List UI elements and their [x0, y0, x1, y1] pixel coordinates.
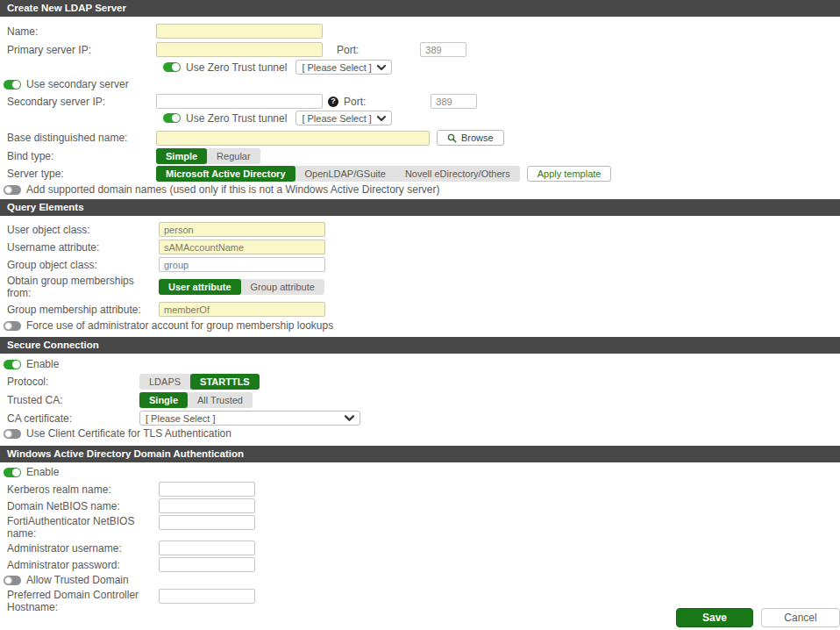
winad-enable-toggle[interactable]: [4, 468, 21, 477]
server-type-msad-button[interactable]: Microsoft Active Directory: [156, 166, 295, 182]
group-membership-attr-input[interactable]: [159, 302, 325, 317]
secure-enable-label: Enable: [26, 358, 59, 370]
secondary-port-label: Port:: [344, 96, 366, 108]
force-admin-label: Force use of administrator account for g…: [26, 319, 333, 332]
chevron-down-icon: [377, 115, 386, 122]
trusted-ca-label: Trusted CA:: [7, 394, 139, 406]
force-admin-toggle[interactable]: [4, 321, 21, 331]
fac-netbios-label: FortiAuthenticator NetBIOS name:: [7, 515, 159, 540]
domain-netbios-label: Domain NetBIOS name:: [7, 500, 159, 512]
help-icon[interactable]: ?: [328, 97, 338, 107]
search-icon: [447, 133, 457, 143]
client-cert-toggle[interactable]: [4, 429, 21, 439]
toggle-knob: [172, 114, 180, 122]
bind-type-segment: Simple Regular: [156, 148, 260, 164]
secondary-zero-trust-select-value: [ Please Select ]: [302, 113, 372, 124]
trusted-ca-segment: Single All Trusted: [139, 392, 253, 408]
chevron-down-icon: [377, 64, 386, 71]
toggle-knob: [172, 63, 180, 71]
kerberos-realm-input[interactable]: [159, 482, 255, 497]
bind-type-simple-button[interactable]: Simple: [156, 148, 207, 164]
bind-type-label: Bind type:: [7, 150, 156, 162]
primary-zero-trust-select-value: [ Please Select ]: [302, 62, 372, 73]
footer-actions: Save Cancel: [676, 608, 840, 627]
admin-username-input[interactable]: [159, 541, 255, 555]
winad-header: Windows Active Directory Domain Authenti…: [0, 446, 840, 462]
fac-netbios-input[interactable]: [159, 515, 255, 530]
protocol-segment: LDAPS STARTTLS: [139, 374, 260, 390]
toggle-knob: [4, 576, 12, 584]
toggle-knob: [12, 361, 20, 369]
server-type-novell-button[interactable]: Novell eDirectory/Others: [395, 166, 520, 182]
primary-port-label: Port:: [337, 44, 359, 56]
bind-type-regular-button[interactable]: Regular: [207, 148, 260, 164]
secure-connection-header: Secure Connection: [0, 337, 840, 354]
allow-trusted-domain-toggle[interactable]: [4, 576, 21, 585]
chevron-down-icon: [345, 414, 354, 422]
secondary-server-ip-input[interactable]: [156, 94, 323, 109]
primary-port-input[interactable]: [420, 42, 466, 57]
server-type-openldap-button[interactable]: OpenLDAP/GSuite: [295, 166, 395, 182]
preferred-dc-label: Preferred Domain Controller Hostname:: [7, 589, 159, 613]
add-domains-label: Add supported domain names (used only if…: [26, 183, 440, 196]
toggle-knob: [4, 186, 12, 194]
base-dn-label: Base distinguished name:: [7, 132, 156, 144]
add-domains-toggle[interactable]: [4, 185, 21, 195]
name-input[interactable]: [156, 24, 323, 39]
admin-username-label: Administrator username:: [7, 542, 159, 555]
ca-certificate-label: CA certificate:: [7, 412, 139, 425]
toggle-knob: [4, 322, 12, 330]
secondary-zero-trust-select[interactable]: [ Please Select ]: [295, 111, 392, 125]
primary-server-ip-label: Primary server IP:: [7, 44, 156, 56]
server-type-label: Server type:: [7, 168, 156, 180]
allow-trusted-domain-label: Allow Trusted Domain: [26, 574, 129, 586]
group-object-class-label: Group object class:: [7, 259, 159, 271]
protocol-label: Protocol:: [7, 376, 139, 388]
toggle-knob: [4, 430, 12, 438]
secondary-zero-trust-toggle[interactable]: [163, 113, 181, 123]
secondary-zero-trust-label: Use Zero Trust tunnel: [186, 112, 287, 125]
user-object-class-label: User object class:: [7, 224, 159, 236]
winad-enable-label: Enable: [26, 466, 59, 478]
cancel-button[interactable]: Cancel: [761, 608, 840, 627]
primary-server-ip-input[interactable]: [156, 42, 323, 57]
secondary-server-ip-label: Secondary server IP:: [7, 96, 156, 108]
server-type-segment: Microsoft Active Directory OpenLDAP/GSui…: [156, 166, 520, 182]
primary-zero-trust-toggle[interactable]: [163, 62, 181, 72]
ca-certificate-select-value: [ Please Select ]: [146, 413, 216, 424]
admin-password-label: Administrator password:: [7, 559, 159, 571]
secure-enable-toggle[interactable]: [4, 360, 21, 369]
group-object-class-input[interactable]: [159, 257, 325, 272]
admin-password-input[interactable]: [159, 557, 255, 572]
domain-netbios-input[interactable]: [159, 498, 255, 513]
username-attribute-input[interactable]: [159, 240, 325, 254]
toggle-knob: [12, 81, 20, 89]
primary-zero-trust-label: Use Zero Trust tunnel: [186, 61, 287, 74]
kerberos-realm-label: Kerberos realm name:: [7, 483, 159, 496]
toggle-knob: [12, 469, 20, 476]
trusted-ca-all-button[interactable]: All Trusted: [188, 392, 253, 408]
name-label: Name:: [7, 25, 156, 38]
use-secondary-server-toggle[interactable]: [4, 80, 21, 89]
primary-zero-trust-select[interactable]: [ Please Select ]: [295, 60, 392, 75]
save-button[interactable]: Save: [676, 608, 753, 627]
protocol-starttls-button[interactable]: STARTTLS: [190, 374, 260, 390]
base-dn-input[interactable]: [156, 131, 430, 146]
apply-template-button[interactable]: Apply template: [527, 166, 612, 182]
obtain-group-attribute-button[interactable]: Group attribute: [241, 279, 324, 295]
protocol-ldaps-button[interactable]: LDAPS: [139, 374, 190, 390]
use-secondary-server-label: Use secondary server: [26, 78, 129, 90]
trusted-ca-single-button[interactable]: Single: [139, 392, 188, 408]
browse-button[interactable]: Browse: [437, 130, 504, 146]
page-title: Create New LDAP Server: [0, 0, 840, 17]
obtain-user-attribute-button[interactable]: User attribute: [159, 279, 241, 295]
user-object-class-input[interactable]: [159, 222, 325, 237]
username-attribute-label: Username attribute:: [7, 241, 159, 254]
browse-button-label: Browse: [461, 132, 494, 143]
obtain-memberships-label: Obtain group memberships from:: [7, 275, 159, 299]
secondary-port-input[interactable]: [431, 94, 477, 109]
group-membership-attr-label: Group membership attribute:: [7, 304, 159, 316]
preferred-dc-input[interactable]: [159, 589, 255, 604]
obtain-memberships-segment: User attribute Group attribute: [159, 279, 324, 295]
ca-certificate-select[interactable]: [ Please Select ]: [139, 411, 360, 426]
